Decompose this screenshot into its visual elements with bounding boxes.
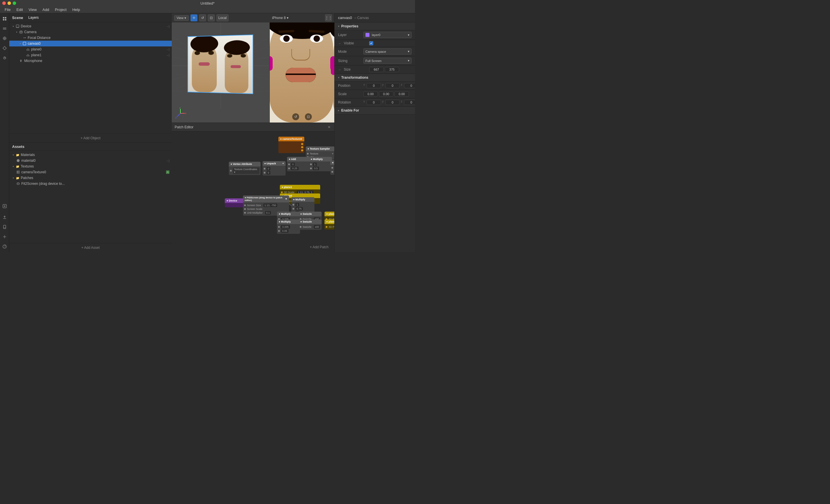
pack-node[interactable]: ● Pack 0 0 bbox=[330, 160, 334, 175]
patch-canvas[interactable]: ● cameraTexture0 bbox=[172, 131, 334, 252]
enable-for-section-header[interactable]: ▸ Enable For bbox=[334, 107, 415, 115]
multiply-bot2-header: ● Multiply bbox=[277, 219, 300, 224]
layer-color-swatch bbox=[365, 33, 370, 37]
rotation-x[interactable]: 0 bbox=[366, 100, 381, 105]
more-options-button[interactable]: ⋮⋮ bbox=[325, 14, 332, 21]
scale-x[interactable]: 0.00 bbox=[363, 91, 378, 97]
material0-item[interactable]: material0 →| bbox=[9, 158, 172, 163]
tree-item-focal[interactable]: ▸ ⊶ Focal Distance bbox=[9, 35, 172, 41]
assets-panel: Assets ▾ 📁 Materials material0 →| bbox=[9, 143, 172, 252]
maximize-button[interactable] bbox=[13, 1, 16, 5]
rotation-z[interactable]: 0 bbox=[404, 100, 415, 105]
layer-row: Layer layer0 ▾ bbox=[334, 30, 415, 40]
menu-edit[interactable]: Edit bbox=[14, 7, 25, 12]
tree-item-canvas0[interactable]: ▾ canvas0 bbox=[9, 41, 172, 46]
textures-label: Textures bbox=[21, 164, 169, 168]
viewport-right-canvas[interactable]: ↺ ⊡ bbox=[270, 23, 334, 123]
scale-y[interactable]: 0.00 bbox=[379, 91, 393, 97]
size-height[interactable]: 375 bbox=[385, 67, 399, 72]
add-node[interactable]: ● Add 0 0.25 bbox=[287, 157, 310, 171]
right-properties-panel: canvas0 – Canvas ▾ Properties Layer laye… bbox=[334, 13, 415, 252]
multiply-bot2-node[interactable]: ● Multiply 3.335 0.05 bbox=[277, 219, 300, 234]
svg-rect-2 bbox=[3, 19, 4, 21]
reset-view-button[interactable]: ↺ bbox=[199, 14, 206, 21]
crosshair-button[interactable]: ✛ bbox=[191, 14, 197, 21]
sizing-label: Sizing bbox=[338, 59, 361, 63]
vertex-attr-node[interactable]: ● Vertex Attribute Texture Coordinates ▾ bbox=[229, 162, 260, 175]
refresh-icon[interactable]: ↺ bbox=[292, 113, 299, 120]
swizzle-bot-header: ● Swizzle bbox=[298, 219, 322, 224]
add-asset-button[interactable]: + Add Asset bbox=[9, 243, 172, 252]
upload-icon[interactable] bbox=[1, 214, 8, 220]
materials-folder[interactable]: ▾ 📁 Materials bbox=[9, 152, 172, 158]
mode-dropdown[interactable]: Camera space ▾ bbox=[363, 49, 412, 55]
frame-button[interactable]: ⊡ bbox=[208, 14, 215, 21]
animations-icon[interactable] bbox=[1, 55, 8, 61]
tree-item-camera[interactable]: ▾ Camera bbox=[9, 29, 172, 35]
scene-icon[interactable] bbox=[1, 15, 8, 22]
position-y[interactable]: 0 bbox=[385, 83, 400, 88]
tree-item-device[interactable]: ▾ Device →| bbox=[9, 23, 172, 29]
viewport-3d-canvas[interactable]: X Y Z bbox=[172, 23, 269, 123]
plane1-pos-node[interactable]: ● plane1 3D Position 166, 0, 0 bbox=[324, 219, 334, 229]
visible-row: → Visible bbox=[334, 40, 415, 47]
menu-view[interactable]: View bbox=[26, 7, 39, 12]
plane0-tree-icon bbox=[26, 47, 30, 51]
properties-section-title: Properties bbox=[341, 24, 358, 28]
plane1-pos-header: ● plane1 bbox=[324, 219, 334, 224]
menu-help[interactable]: Help bbox=[70, 7, 83, 12]
cameraTexture0-node[interactable]: ● cameraTexture0 bbox=[278, 137, 304, 153]
textures-folder[interactable]: ▾ 📁 Textures bbox=[9, 163, 172, 169]
tree-item-plane1[interactable]: ▸ plane1 →| bbox=[9, 52, 172, 58]
size-width[interactable]: 667 bbox=[369, 67, 384, 72]
position-row: Position x 0 y 0 z 0 bbox=[334, 82, 415, 90]
tree-item-microphone[interactable]: ▸ 🎙 Microphone bbox=[9, 58, 172, 64]
add-object-button[interactable]: + Add Object bbox=[9, 133, 172, 143]
menu-add[interactable]: Add bbox=[40, 7, 51, 12]
scale-z[interactable]: 0.00 bbox=[394, 91, 409, 97]
menu-file[interactable]: File bbox=[2, 7, 13, 12]
layer-dropdown-arrow: ▾ bbox=[408, 33, 410, 37]
menu-project[interactable]: Project bbox=[53, 7, 69, 12]
layers-tab[interactable]: Layers bbox=[27, 15, 40, 20]
plane1-scale-header: ● plane1 bbox=[280, 185, 320, 189]
material0-label: material0 bbox=[21, 159, 165, 163]
add-header: ● Add bbox=[287, 157, 310, 161]
local-button[interactable]: Local bbox=[217, 14, 229, 21]
enable-for-title: Enable For bbox=[341, 108, 359, 113]
rotation-y[interactable]: 0 bbox=[385, 100, 400, 105]
add-layer-icon[interactable] bbox=[1, 203, 8, 209]
cameraTexture0-item[interactable]: T cameraTexture0 A bbox=[9, 169, 172, 175]
effects-icon[interactable] bbox=[1, 45, 8, 51]
assets-icon[interactable] bbox=[1, 35, 8, 41]
unpack-node[interactable]: ● Unpack + 0 0 bbox=[262, 161, 286, 176]
transformations-section-header[interactable]: ▾ Transformations bbox=[334, 74, 415, 82]
layer-dropdown[interactable]: layer0 ▾ bbox=[363, 32, 412, 38]
help-icon[interactable]: ? bbox=[1, 243, 8, 250]
tree-item-plane0[interactable]: ▸ plane0 →| bbox=[9, 46, 172, 52]
multiply-top-node[interactable]: ● Multiply 1 0.5 bbox=[309, 157, 332, 171]
close-button[interactable] bbox=[2, 1, 6, 5]
position-x[interactable]: 0 bbox=[366, 83, 381, 88]
add-patch-button[interactable]: + Add Patch bbox=[310, 245, 328, 249]
settings-icon[interactable] bbox=[1, 233, 8, 240]
properties-section-arrow: ▾ bbox=[338, 25, 340, 28]
plane0-label: plane0 bbox=[31, 47, 165, 51]
fit2screen-item[interactable]: Fit2Screen (drag device to... bbox=[9, 181, 172, 187]
view-dropdown-button[interactable]: View ▾ bbox=[174, 15, 189, 21]
sizing-dropdown[interactable]: Full Screen ▾ bbox=[363, 58, 412, 64]
patch-editor-title: Patch Editor bbox=[174, 125, 193, 129]
visible-checkbox[interactable] bbox=[369, 41, 373, 45]
svg-point-16 bbox=[4, 236, 5, 237]
devices-icon[interactable] bbox=[1, 224, 8, 230]
fullscreen-icon[interactable]: ⊡ bbox=[305, 113, 312, 120]
swizzle-bot-node[interactable]: ● Swizzle Swizzle x00 bbox=[298, 219, 322, 230]
minimize-button[interactable] bbox=[7, 1, 11, 5]
properties-section-header[interactable]: ▾ Properties bbox=[334, 23, 415, 30]
patches-folder[interactable]: ▾ 📁 Patches bbox=[9, 175, 172, 181]
device-selector[interactable]: iPhone 8 ▾ bbox=[272, 16, 288, 20]
layers-icon[interactable] bbox=[1, 25, 8, 32]
patch-editor-close-button[interactable]: ✕ bbox=[327, 125, 331, 129]
position-z[interactable]: 0 bbox=[404, 83, 415, 88]
camera-arrow-icon: ▾ bbox=[15, 30, 19, 34]
